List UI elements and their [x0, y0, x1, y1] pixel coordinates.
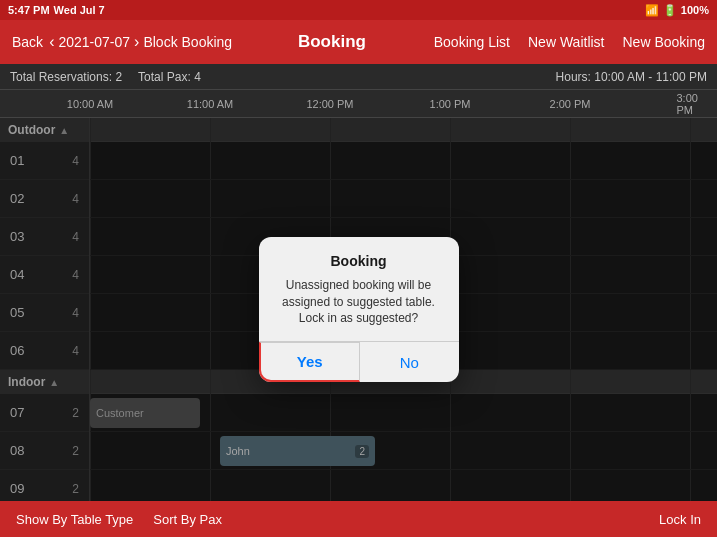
time-label-3: 1:00 PM — [430, 98, 471, 110]
time-label-5: 3:00 PM — [677, 92, 704, 116]
dialog-message: Unassigned booking will be assigned to s… — [275, 277, 443, 327]
timeline-header: 10:00 AM 11:00 AM 12:00 PM 1:00 PM 2:00 … — [0, 90, 717, 118]
sort-by-pax-button[interactable]: Sort By Pax — [153, 512, 222, 527]
time-label-0: 10:00 AM — [67, 98, 113, 110]
bottom-bar: Show By Table Type Sort By Pax Lock In — [0, 501, 717, 537]
info-bar: Total Reservations: 2 Total Pax: 4 Hours… — [0, 64, 717, 90]
total-reservations-value: 2 — [115, 70, 122, 84]
total-pax-value: 4 — [194, 70, 201, 84]
nav-left: Back ‹ 2021-07-07 › Block Booking — [10, 30, 232, 54]
time-label-4: 2:00 PM — [550, 98, 591, 110]
main-content: Outdoor ▲ 014 024 034 044 054 064 Indoor… — [0, 118, 717, 501]
status-time: 5:47 PM — [8, 4, 50, 16]
battery-percent: 100% — [681, 4, 709, 16]
page-title: Booking — [298, 32, 366, 52]
total-reservations-label: Total Reservations: — [10, 70, 112, 84]
status-day: Wed Jul 7 — [54, 4, 105, 16]
hours-info: Hours: 10:00 AM - 11:00 PM — [556, 70, 707, 84]
show-by-table-type-button[interactable]: Show By Table Type — [16, 512, 133, 527]
battery-icon: 🔋 — [663, 4, 677, 17]
current-date: 2021-07-07 — [58, 34, 130, 50]
time-label-2: 12:00 PM — [306, 98, 353, 110]
modal-overlay: Booking Unassigned booking will be assig… — [0, 118, 717, 501]
dialog-buttons: Yes No — [259, 341, 459, 382]
prev-date-button[interactable]: ‹ — [49, 33, 54, 51]
booking-dialog: Booking Unassigned booking will be assig… — [259, 237, 459, 382]
back-button[interactable]: Back — [10, 30, 45, 54]
status-bar-right: 📶 🔋 100% — [645, 4, 709, 17]
block-booking-button[interactable]: Block Booking — [143, 34, 232, 50]
nav-bar: Back ‹ 2021-07-07 › Block Booking Bookin… — [0, 20, 717, 64]
nav-right: Booking List New Waitlist New Booking — [432, 30, 707, 54]
next-date-button[interactable]: › — [134, 33, 139, 51]
time-label-1: 11:00 AM — [187, 98, 233, 110]
lock-in-button[interactable]: Lock In — [659, 512, 701, 527]
total-reservations: Total Reservations: 2 — [10, 70, 122, 84]
hours-value: 10:00 AM - 11:00 PM — [594, 70, 707, 84]
wifi-icon: 📶 — [645, 4, 659, 17]
bottom-bar-left: Show By Table Type Sort By Pax — [16, 512, 222, 527]
hours-label: Hours: — [556, 70, 591, 84]
new-waitlist-button[interactable]: New Waitlist — [526, 30, 607, 54]
status-bar-left: 5:47 PM Wed Jul 7 — [8, 4, 105, 16]
new-booking-button[interactable]: New Booking — [621, 30, 708, 54]
total-pax-label: Total Pax: — [138, 70, 191, 84]
dialog-title: Booking — [275, 253, 443, 269]
status-bar: 5:47 PM Wed Jul 7 📶 🔋 100% — [0, 0, 717, 20]
total-pax: Total Pax: 4 — [138, 70, 201, 84]
info-left: Total Reservations: 2 Total Pax: 4 — [10, 70, 201, 84]
dialog-yes-button[interactable]: Yes — [259, 342, 361, 382]
booking-list-button[interactable]: Booking List — [432, 30, 512, 54]
dialog-no-button[interactable]: No — [360, 342, 459, 382]
